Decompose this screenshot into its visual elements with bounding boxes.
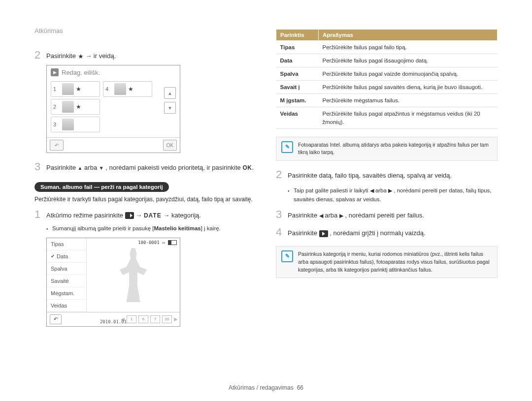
note-text: Pasirinkus kategoriją ir meniu, kuriai r… bbox=[298, 250, 492, 274]
date-label: 2010.01.01 bbox=[100, 319, 127, 324]
list-item[interactable]: Spalva bbox=[47, 263, 86, 275]
left-column: Atkūrimas 2 Pasirinkite ★ → ir veidą. ▶ … bbox=[34, 27, 256, 327]
step-2r: 2 Pasirinkite datą, failo tipą, savaitės… bbox=[276, 169, 498, 181]
step-number: 2 bbox=[34, 49, 46, 61]
menu-icon bbox=[125, 212, 134, 219]
step-text: Atkūrimo režime pasirinkite → DATE → kat… bbox=[46, 209, 256, 220]
step-3r: 3 Pasirinkite arba , norėdami pereiti pe… bbox=[276, 209, 498, 220]
next-arrow-icon[interactable]: ▶ bbox=[174, 316, 178, 322]
ok-label: OK bbox=[242, 164, 252, 171]
film-cell[interactable]: 20 bbox=[162, 315, 172, 323]
counter-text: 100-0001 bbox=[138, 240, 159, 245]
face-thumb bbox=[62, 101, 74, 113]
step-number: 4 bbox=[276, 226, 288, 238]
chevron-down-icon bbox=[99, 164, 104, 171]
text: Sumanųjį albumą galite prieiti ir pasukę… bbox=[52, 225, 154, 231]
table-row: TipasPeržiūrėkite failus pagal failo tip… bbox=[276, 41, 498, 54]
note-text: Fotoaparatas Intel. albumą atidarys arba… bbox=[298, 141, 492, 157]
text: Taip pat galite paliesti ir laikyti bbox=[294, 187, 370, 193]
cell: Peržiūrėkite failus pagal savaitės dieną… bbox=[319, 81, 498, 94]
back-button[interactable]: ↶ bbox=[50, 314, 62, 324]
screen-title: ▶ Redag. eilišk. bbox=[47, 65, 180, 79]
film-cell[interactable]: 7 bbox=[150, 315, 160, 323]
battery-icon bbox=[168, 240, 177, 245]
text: Pasirinkite bbox=[46, 52, 78, 60]
face-index: 1 bbox=[51, 86, 60, 92]
page-number: 66 bbox=[297, 384, 303, 391]
list-item[interactable]: Tipas bbox=[47, 238, 86, 250]
face-index: 4 bbox=[103, 86, 112, 92]
list-item[interactable]: Veidas bbox=[47, 300, 86, 312]
face-row[interactable]: 3 bbox=[51, 117, 100, 132]
date-label: DATE bbox=[144, 212, 162, 219]
text: , norėdami pereiti per failus. bbox=[345, 212, 424, 219]
arrow-left-icon bbox=[319, 212, 323, 219]
bullet: Taip pat galite paliesti ir laikyti arba… bbox=[276, 186, 498, 204]
step-1b: 1 Atkūrimo režime pasirinkite → DATE → k… bbox=[34, 209, 256, 220]
play-icon bbox=[319, 230, 328, 237]
step-number: 1 bbox=[34, 209, 46, 220]
face-row[interactable]: 1 ★ bbox=[51, 81, 100, 97]
step-2: 2 Pasirinkite ★ → ir veidą. bbox=[34, 49, 256, 61]
down-button[interactable] bbox=[164, 102, 176, 114]
note-icon: ✎ bbox=[281, 250, 293, 262]
bullet: Sumanųjį albumą galite prieiti ir pasukę… bbox=[34, 224, 256, 233]
text: Atkūrimo režime pasirinkite bbox=[46, 212, 125, 219]
star-icon: ★ bbox=[76, 103, 81, 110]
text: . bbox=[252, 164, 254, 171]
step-number: 2 bbox=[276, 169, 288, 181]
film-cell[interactable]: 6 bbox=[138, 315, 148, 323]
cell: Savait į bbox=[276, 81, 319, 94]
note-box: ✎ Pasirinkus kategoriją ir meniu, kuriai… bbox=[276, 246, 498, 278]
cell: Spalva bbox=[276, 67, 319, 81]
face-row[interactable]: 2 ★ bbox=[51, 99, 100, 115]
step-text: Pasirinkite ★ → ir veidą. bbox=[46, 49, 256, 61]
chevron-up-icon bbox=[78, 164, 83, 171]
list-item[interactable]: Mėgstam. bbox=[47, 287, 86, 300]
table-row: DataPeržiūrėkite failus pagal išsaugojim… bbox=[276, 54, 498, 67]
counter: 100-0001 ▭ bbox=[138, 240, 177, 245]
page: Atkūrimas 2 Pasirinkite ★ → ir veidą. ▶ … bbox=[0, 0, 532, 337]
preview: 100-0001 ▭ bbox=[87, 238, 180, 312]
face-index: 2 bbox=[51, 104, 60, 110]
sd-icon: ▭ bbox=[163, 240, 165, 245]
text: Pasirinkite bbox=[288, 229, 319, 237]
arrow-right-icon bbox=[339, 212, 343, 219]
back-button[interactable]: ↶ bbox=[50, 140, 64, 151]
step-number: 3 bbox=[34, 161, 46, 173]
ok-button[interactable]: OK bbox=[163, 140, 177, 151]
footer-text: Atkūrimas / redagavimas bbox=[229, 384, 294, 391]
face-thumb bbox=[62, 119, 74, 130]
cell: Tipas bbox=[276, 41, 319, 54]
bold-text: Mastelio keitimas bbox=[154, 225, 200, 231]
cell: Data bbox=[276, 54, 319, 67]
cell: Peržiūrėkite failus pagal failo tipą. bbox=[319, 41, 498, 54]
step-text: Pasirinkite , norėdami grįžti į normalų … bbox=[288, 226, 498, 238]
text: , norėdami pakeisti veido prioritetą, ir… bbox=[105, 164, 242, 171]
chevron-up-icon bbox=[167, 91, 172, 96]
note-icon: ✎ bbox=[281, 141, 293, 153]
table-row: VeidasPeržiūrėkite failus pagal atpažint… bbox=[276, 107, 498, 128]
up-button[interactable] bbox=[164, 87, 176, 99]
paragraph: Peržiūrėkite ir tvarkyti failus pagal ka… bbox=[34, 195, 256, 204]
face-thumb bbox=[114, 83, 126, 95]
step-number: 3 bbox=[276, 209, 288, 220]
face-row[interactable]: 4 ★ bbox=[103, 81, 152, 97]
film-cell[interactable]: 1 bbox=[127, 315, 136, 323]
arrow-right-icon bbox=[388, 187, 392, 193]
face-grid: 1 ★ 2 ★ 3 4 bbox=[47, 79, 180, 137]
title-text: Redag. eilišk. bbox=[62, 69, 100, 76]
cell: Peržiūrėkite failus pagal išsaugojimo da… bbox=[319, 54, 498, 67]
list-item[interactable]: Data bbox=[47, 250, 86, 263]
breadcrumb: Atkūrimas bbox=[34, 27, 256, 34]
page-footer: Atkūrimas / redagavimas 66 bbox=[0, 384, 532, 391]
step-4r: 4 Pasirinkite , norėdami grįžti į normal… bbox=[276, 226, 498, 238]
text: arba bbox=[84, 164, 99, 171]
table-header: Parinktis bbox=[276, 30, 319, 41]
table-row: M įgstam.Peržiūrėkite mėgstamus failus. bbox=[276, 94, 498, 107]
note-box: ✎ Fotoaparatas Intel. albumą atidarys ar… bbox=[276, 137, 498, 161]
arrow-left-icon bbox=[370, 187, 374, 193]
table-row: SpalvaPeržiūrėkite failus pagal vaizde d… bbox=[276, 67, 498, 81]
list-item[interactable]: Savaitė bbox=[47, 275, 86, 287]
play-icon: ▶ bbox=[51, 68, 59, 76]
